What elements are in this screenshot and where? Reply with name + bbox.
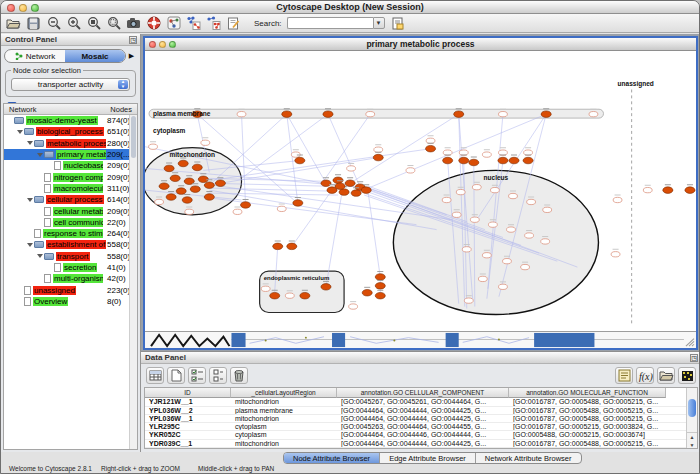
network-node-unhighlighted[interactable] bbox=[233, 209, 242, 214]
float-data-panel-icon[interactable]: ◳ bbox=[690, 354, 698, 362]
network-node[interactable] bbox=[375, 283, 385, 290]
merge-networks-icon[interactable] bbox=[186, 16, 201, 31]
network-node[interactable] bbox=[293, 200, 303, 207]
network-node[interactable] bbox=[321, 284, 331, 291]
zoom-button[interactable] bbox=[31, 4, 39, 12]
network-node[interactable] bbox=[170, 175, 180, 182]
attribute-editor-icon[interactable] bbox=[615, 367, 633, 384]
open-session-icon[interactable] bbox=[6, 16, 21, 31]
network-node-unhighlighted[interactable] bbox=[499, 111, 508, 116]
network-node-unhighlighted[interactable] bbox=[155, 199, 164, 204]
network-node-unhighlighted[interactable] bbox=[442, 197, 451, 202]
network-node-unhighlighted[interactable] bbox=[237, 111, 246, 116]
network-node-unhighlighted[interactable] bbox=[459, 150, 468, 155]
network-node[interactable] bbox=[351, 190, 361, 197]
node-color-combobox[interactable]: transporter activity ▲▼ bbox=[11, 78, 130, 91]
network-node[interactable] bbox=[164, 165, 174, 172]
network-node-unhighlighted[interactable] bbox=[261, 286, 270, 291]
network-node[interactable] bbox=[241, 202, 251, 209]
unselect-attributes-icon[interactable] bbox=[209, 367, 227, 384]
network-node-unhighlighted[interactable] bbox=[490, 187, 499, 192]
expand-arrow-icon[interactable] bbox=[37, 254, 43, 258]
tree-row-cellular-metabo[interactable]: cellular metabo209(0) bbox=[4, 205, 129, 216]
minimize-button[interactable] bbox=[19, 4, 27, 12]
search-input[interactable] bbox=[287, 17, 373, 29]
network-node-unhighlighted[interactable] bbox=[589, 111, 598, 116]
network-node-unhighlighted[interactable] bbox=[478, 276, 487, 281]
network-node[interactable] bbox=[459, 157, 469, 164]
network-node[interactable] bbox=[178, 160, 188, 167]
annotation-icon[interactable] bbox=[226, 16, 241, 31]
network-node[interactable] bbox=[469, 159, 479, 166]
network-node[interactable] bbox=[190, 186, 200, 193]
network-node[interactable] bbox=[443, 157, 453, 164]
network-node[interactable] bbox=[270, 292, 280, 299]
network-node-unhighlighted[interactable] bbox=[488, 222, 497, 227]
network-node-unhighlighted[interactable] bbox=[426, 138, 435, 143]
network-node-unhighlighted[interactable] bbox=[527, 199, 536, 204]
table-row[interactable]: YKR052Ccytoplasm[GO:0044464, GO:0044446,… bbox=[145, 431, 697, 439]
table-scrollbar-thumb[interactable] bbox=[688, 399, 696, 417]
network-node[interactable] bbox=[361, 187, 371, 194]
expand-arrow-icon[interactable] bbox=[17, 130, 23, 134]
column-header[interactable]: ID bbox=[145, 388, 231, 398]
table-scrollbar-arrows[interactable]: ▲▼ bbox=[687, 432, 697, 448]
network-node[interactable] bbox=[373, 154, 383, 161]
network-node[interactable] bbox=[282, 111, 292, 118]
vizmapper-icon[interactable] bbox=[166, 16, 181, 31]
tree-row-multi-organism-pro[interactable]: multi-organism pro42(0) bbox=[4, 273, 129, 284]
network-node-unhighlighted[interactable] bbox=[543, 207, 552, 212]
tab-edge-attribute-browser[interactable]: Edge Attribute Browser bbox=[380, 453, 476, 463]
network-node[interactable] bbox=[287, 243, 297, 250]
tree-scrollbar[interactable] bbox=[129, 115, 137, 449]
column-header[interactable]: annotation.GO MOLECULAR_FUNCTION bbox=[509, 388, 666, 398]
network-node-unhighlighted[interactable] bbox=[525, 233, 534, 238]
expand-networks-icon[interactable] bbox=[206, 16, 221, 31]
network-node[interactable] bbox=[273, 243, 283, 250]
network-node-unhighlighted[interactable] bbox=[482, 152, 491, 157]
network-node-unhighlighted[interactable] bbox=[499, 284, 508, 289]
network-node-unhighlighted[interactable] bbox=[347, 166, 356, 171]
tree-row-metabolic-process[interactable]: metabolic process280(0) bbox=[4, 138, 129, 149]
more-tabs-button[interactable]: ▶ bbox=[126, 49, 137, 63]
network-node[interactable] bbox=[375, 292, 385, 299]
network-node[interactable] bbox=[663, 187, 673, 194]
network-node[interactable] bbox=[204, 182, 214, 189]
tree-row-secretion[interactable]: secretion41(0) bbox=[4, 262, 129, 273]
tree-row-macromolecule[interactable]: macromolecule311(0) bbox=[4, 183, 129, 194]
network-node-unhighlighted[interactable] bbox=[374, 147, 383, 152]
network-node-unhighlighted[interactable] bbox=[499, 150, 508, 155]
network-node-unhighlighted[interactable] bbox=[643, 187, 652, 192]
network-node[interactable] bbox=[523, 157, 533, 164]
network-node-unhighlighted[interactable] bbox=[285, 293, 294, 298]
tree-row-biological-process[interactable]: biological_process651(0) bbox=[4, 126, 129, 137]
combobox-stepper[interactable]: ▲▼ bbox=[118, 80, 128, 89]
network-node-unhighlighted[interactable] bbox=[464, 298, 473, 303]
attribute-matrix-icon[interactable] bbox=[146, 367, 164, 384]
save-session-icon[interactable] bbox=[26, 16, 41, 31]
expand-arrow-icon[interactable] bbox=[27, 243, 33, 247]
tree-row-nitrogen-compo[interactable]: nitrogen compo209(0) bbox=[4, 171, 129, 182]
import-attributes-icon[interactable] bbox=[657, 367, 675, 384]
network-node[interactable] bbox=[321, 180, 331, 187]
network-node[interactable] bbox=[182, 197, 192, 204]
network-close-button[interactable] bbox=[149, 41, 156, 48]
network-node[interactable] bbox=[509, 157, 519, 164]
tree-row-unassigned[interactable]: unassigned223(0) bbox=[4, 284, 129, 295]
network-node-unhighlighted[interactable] bbox=[470, 217, 479, 222]
network-node-unhighlighted[interactable] bbox=[524, 150, 533, 155]
tab-network-attribute-browser[interactable]: Network Attribute Browser bbox=[476, 453, 581, 463]
network-node[interactable] bbox=[166, 194, 176, 201]
table-row[interactable]: YLR295Ccytoplasm[GO:0045263, GO:0044464,… bbox=[145, 423, 697, 431]
network-node-unhighlighted[interactable] bbox=[472, 185, 481, 190]
network-node[interactable] bbox=[426, 145, 436, 152]
minimized-windows-strip[interactable] bbox=[145, 331, 696, 348]
network-node-unhighlighted[interactable] bbox=[277, 206, 286, 211]
help-icon[interactable] bbox=[146, 16, 161, 31]
delete-attribute-icon[interactable] bbox=[230, 367, 248, 384]
table-row[interactable]: YPL036W__1mitochondrion[GO:0044464, GO:0… bbox=[145, 415, 697, 423]
network-node[interactable] bbox=[215, 180, 225, 187]
search-options-icon[interactable] bbox=[390, 16, 405, 31]
snapshot-icon[interactable] bbox=[126, 16, 141, 31]
table-row[interactable]: YJR121W__1mitochondrion[GO:0045267, GO:0… bbox=[145, 398, 697, 406]
